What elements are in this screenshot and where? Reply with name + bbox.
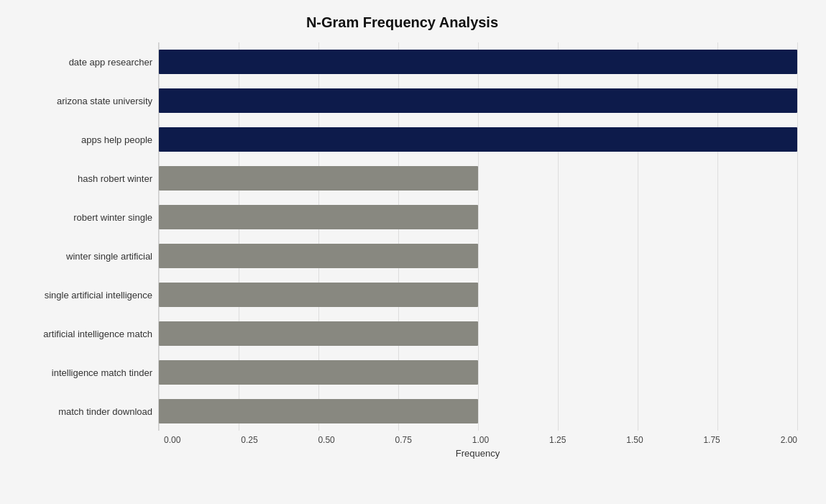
x-tick: 0.00 [164,435,180,445]
x-tick: 1.25 [549,435,566,445]
x-tick: 2.00 [781,435,797,445]
x-tick: 1.50 [626,435,643,445]
x-tick: 0.50 [318,435,334,445]
chart-area: date app researcherarizona state univers… [7,42,797,431]
grid-line [797,42,798,431]
chart-container: N-Gram Frequency Analysis date app resea… [0,0,826,504]
bar-row [159,159,797,198]
x-tick: 0.75 [395,435,412,445]
y-label: winter single artificial [7,237,152,275]
y-label: match tinder download [7,392,152,431]
y-label: hash robert winter [7,159,152,198]
y-labels: date app researcherarizona state univers… [7,42,158,431]
y-label: artificial intelligence match [7,314,152,353]
x-ticks-row: 0.000.250.500.751.001.251.501.752.00 [164,435,797,445]
x-axis: 0.000.250.500.751.001.251.501.752.00 [158,435,797,445]
bar-row [159,81,797,120]
x-axis-label: Frequency [158,448,797,459]
bar [159,244,478,268]
x-tick: 0.25 [241,435,257,445]
y-label: single artificial intelligence [7,275,152,314]
bar [159,88,797,113]
bars-area [158,42,797,431]
y-label: apps help people [7,120,152,159]
bar [159,321,478,346]
bar [159,360,478,385]
x-tick: 1.75 [703,435,720,445]
bar-row [159,198,797,237]
bar [159,127,797,152]
bar [159,166,478,191]
chart-inner: date app researcherarizona state univers… [7,42,797,431]
bar-row [159,120,797,159]
y-label: robert winter single [7,198,152,237]
y-label: arizona state university [7,81,152,120]
bar-row [159,392,797,431]
bar [159,283,478,307]
bar-row [159,314,797,353]
bar [159,50,797,74]
bar-row [159,237,797,275]
bar-row [159,275,797,314]
bar [159,399,478,423]
chart-title: N-Gram Frequency Analysis [7,14,797,31]
bar-row [159,353,797,392]
y-label: date app researcher [7,42,152,81]
bar-row [159,42,797,81]
x-tick: 1.00 [472,435,489,445]
y-label: intelligence match tinder [7,353,152,392]
bar [159,205,478,229]
